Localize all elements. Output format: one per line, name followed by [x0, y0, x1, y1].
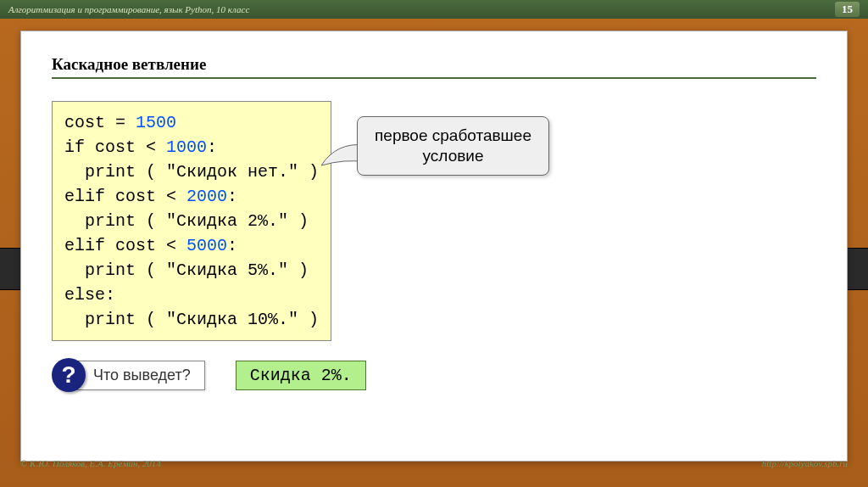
callout-wrap: первое сработавшее условие	[357, 116, 549, 176]
callout-line2: условие	[423, 147, 484, 165]
answer-box: Скидка 2%.	[236, 361, 366, 390]
footer-right: http://kpolyakov.spb.ru	[762, 458, 848, 468]
header-bar: Алгоритмизация и программирование, язык …	[0, 0, 868, 19]
slide: Каскадное ветвление cost = 1500 if cost …	[20, 31, 848, 462]
content-row: cost = 1500 if cost < 1000: print ( "Ски…	[52, 101, 816, 341]
callout: первое сработавшее условие	[357, 116, 549, 176]
title-rule	[52, 77, 816, 79]
footer: © К.Ю. Поляков, Е.А. Ерёмин, 2014 http:/…	[20, 458, 848, 468]
question-block: ? Что выведет?	[52, 358, 205, 392]
right-clip	[846, 248, 868, 290]
question-mark-icon: ?	[52, 358, 86, 392]
bottom-row: ? Что выведет? Скидка 2%.	[52, 358, 816, 392]
subject-title: Алгоритмизация и программирование, язык …	[8, 4, 249, 14]
wood-background: Каскадное ветвление cost = 1500 if cost …	[0, 19, 868, 470]
slide-title: Каскадное ветвление	[52, 55, 816, 74]
left-clip	[0, 248, 22, 290]
code-box: cost = 1500 if cost < 1000: print ( "Ски…	[52, 101, 331, 341]
question-label: Что выведет?	[70, 361, 205, 390]
callout-line1: первое сработавшее	[375, 126, 531, 144]
footer-left: © К.Ю. Поляков, Е.А. Ерёмин, 2014	[20, 458, 161, 468]
page-number: 15	[835, 2, 860, 17]
